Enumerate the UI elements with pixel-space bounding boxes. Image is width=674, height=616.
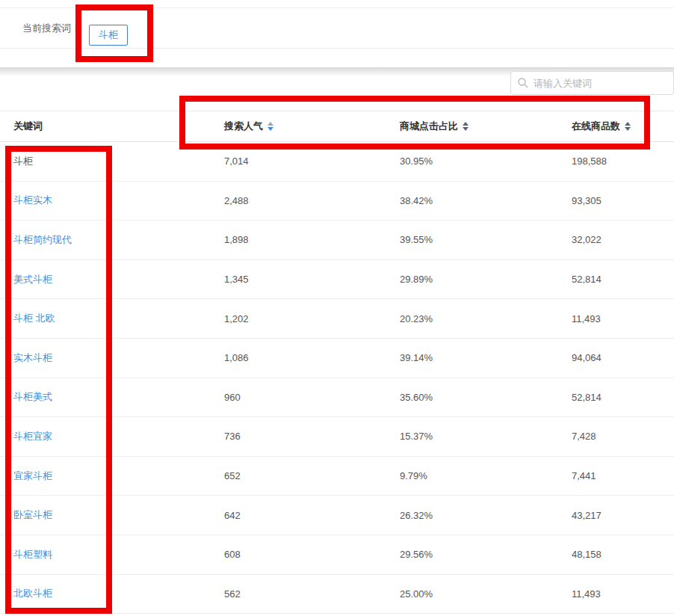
click-ratio-value: 26.32% (400, 510, 572, 521)
column-header-label[interactable]: 商城点击占比 (400, 120, 458, 133)
current-search-label: 当前搜索词： (22, 8, 81, 48)
popularity-value: 1,086 (224, 352, 400, 363)
keyword-link[interactable]: 斗柜宜家 (13, 431, 52, 442)
products-count-value: 93,305 (572, 195, 674, 206)
popularity-value: 960 (224, 392, 400, 403)
table-row: 北欧斗柜56225.00%11,493 (0, 575, 674, 615)
sort-icon[interactable] (268, 122, 273, 131)
table-row: 斗柜美式96035.60%52,814 (0, 378, 674, 418)
keyword-link[interactable]: 斗柜塑料 (13, 549, 52, 560)
keyword-text: 斗柜 (13, 155, 33, 167)
products-count-value: 7,428 (572, 431, 674, 442)
table-row: 实木斗柜1,08639.14%94,064 (0, 339, 674, 378)
keyword-link[interactable]: 北欧斗柜 (13, 588, 52, 599)
column-header-mall-click-ratio[interactable]: 商城点击占比 (400, 120, 572, 133)
table-row: 美式斗柜1,34529.89%52,814 (0, 260, 674, 300)
products-count-value: 198,588 (572, 155, 674, 167)
click-ratio-value: 30.95% (400, 155, 572, 167)
current-search-term-tag[interactable]: 斗柜 (89, 25, 128, 46)
column-header-label[interactable]: 搜索人气 (224, 120, 263, 133)
click-ratio-value: 9.79% (400, 470, 572, 481)
products-count-value: 11,493 (572, 588, 674, 600)
products-count-value: 43,217 (572, 510, 674, 521)
products-count-value: 11,493 (572, 313, 674, 324)
column-header-online-products[interactable]: 在线商品数 (572, 120, 674, 133)
popularity-value: 2,488 (224, 195, 400, 206)
table-row: 宜家斗柜6529.79%7,441 (0, 457, 674, 496)
keyword-link[interactable]: 美式斗柜 (13, 274, 52, 285)
click-ratio-value: 38.42% (400, 195, 572, 206)
click-ratio-value: 15.37% (400, 431, 572, 442)
products-count-value: 52,814 (572, 274, 674, 285)
table-row: 斗柜宜家73615.37%7,428 (0, 417, 674, 457)
click-ratio-value: 25.00% (400, 588, 572, 600)
keyword-link[interactable]: 斗柜实木 (13, 194, 52, 206)
table-header-row: 关键词 搜索人气 商城点击占比 在线商品数 (0, 111, 674, 142)
popularity-value: 652 (224, 470, 400, 481)
table-row: 斗柜简约现代1,89839.55%32,022 (0, 221, 674, 260)
popularity-value: 608 (224, 549, 400, 560)
table-row: 斗柜塑料60829.56%48,158 (0, 535, 674, 575)
popularity-value: 736 (224, 431, 400, 442)
popularity-value: 642 (224, 510, 400, 521)
click-ratio-value: 39.55% (400, 234, 572, 245)
click-ratio-value: 29.89% (400, 274, 572, 285)
column-header-search-popularity[interactable]: 搜索人气 (224, 120, 400, 133)
products-count-value: 32,022 (572, 234, 674, 245)
keyword-link[interactable]: 斗柜 北欧 (13, 312, 55, 324)
table-row: 斗柜7,01430.95%198,588 (0, 142, 674, 182)
popularity-value: 1,202 (224, 313, 400, 324)
column-header-label[interactable]: 在线商品数 (572, 120, 620, 133)
products-count-value: 7,441 (572, 470, 674, 481)
table-row: 斗柜 北欧1,20220.23%11,493 (0, 299, 674, 339)
keyword-link[interactable]: 实木斗柜 (13, 352, 52, 363)
products-count-value: 48,158 (572, 549, 674, 560)
popularity-value: 1,345 (224, 274, 400, 285)
products-count-value: 52,814 (572, 392, 674, 403)
keyword-link[interactable]: 卧室斗柜 (13, 509, 52, 520)
popularity-value: 1,898 (224, 234, 400, 245)
click-ratio-value: 29.56% (400, 549, 572, 560)
keyword-search-input[interactable] (510, 71, 674, 95)
sort-icon[interactable] (625, 122, 631, 131)
click-ratio-value: 35.60% (400, 392, 572, 403)
click-ratio-value: 20.23% (400, 313, 572, 324)
keyword-link[interactable]: 斗柜简约现代 (13, 234, 72, 245)
keyword-link[interactable]: 斗柜美式 (13, 391, 52, 402)
table-row: 卧室斗柜64226.32%43,217 (0, 496, 674, 535)
keyword-link[interactable]: 宜家斗柜 (13, 470, 52, 481)
column-header-keyword: 关键词 (13, 120, 224, 133)
popularity-value: 562 (224, 588, 400, 600)
popularity-value: 7,014 (224, 155, 400, 167)
products-count-value: 94,064 (572, 352, 674, 363)
keyword-table: 关键词 搜索人气 商城点击占比 在线商品数 斗柜7,01430.95%198,5… (0, 111, 674, 614)
column-header-label: 关键词 (13, 120, 43, 133)
keyword-search (510, 71, 674, 95)
sort-icon[interactable] (463, 122, 469, 131)
click-ratio-value: 39.14% (400, 352, 572, 363)
top-search-bar: 当前搜索词： 斗柜 (0, 7, 674, 49)
table-row: 斗柜实木2,48838.42%93,305 (0, 182, 674, 221)
table-body: 斗柜7,01430.95%198,588斗柜实木2,48838.42%93,30… (0, 142, 674, 614)
